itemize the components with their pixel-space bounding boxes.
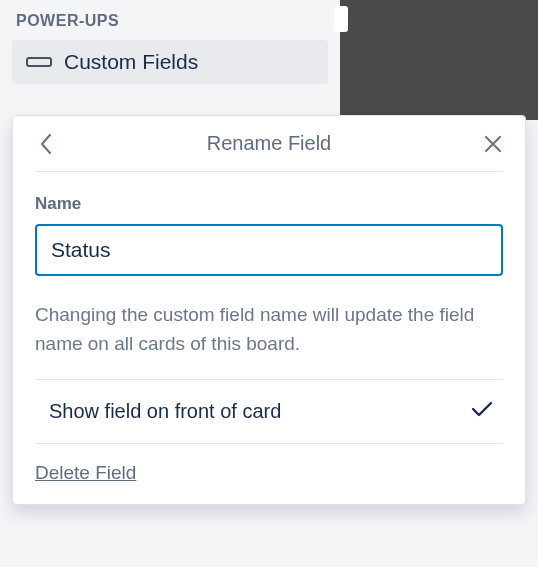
popover-header: Rename Field (35, 116, 503, 172)
close-button[interactable] (477, 128, 509, 160)
custom-fields-icon (26, 54, 52, 70)
helper-text: Changing the custom field name will upda… (35, 300, 503, 380)
show-on-front-toggle[interactable]: Show field on front of card (35, 380, 503, 444)
background-panel (340, 0, 538, 120)
name-input[interactable] (35, 224, 503, 276)
back-button[interactable] (29, 128, 61, 160)
name-label: Name (35, 194, 503, 214)
delete-field-link[interactable]: Delete Field (35, 462, 136, 484)
svg-rect-0 (27, 58, 51, 66)
close-icon (483, 134, 503, 154)
sidebar: POWER-UPS Custom Fields (0, 0, 340, 84)
toggle-label: Show field on front of card (49, 400, 281, 423)
powerups-heading: POWER-UPS (12, 8, 328, 40)
check-icon (471, 400, 493, 422)
popover-title: Rename Field (207, 132, 332, 155)
powerup-custom-fields[interactable]: Custom Fields (12, 40, 328, 84)
powerup-label: Custom Fields (64, 50, 198, 74)
chevron-left-icon (39, 133, 52, 155)
rename-field-popover: Rename Field Name Changing the custom fi… (12, 115, 526, 505)
